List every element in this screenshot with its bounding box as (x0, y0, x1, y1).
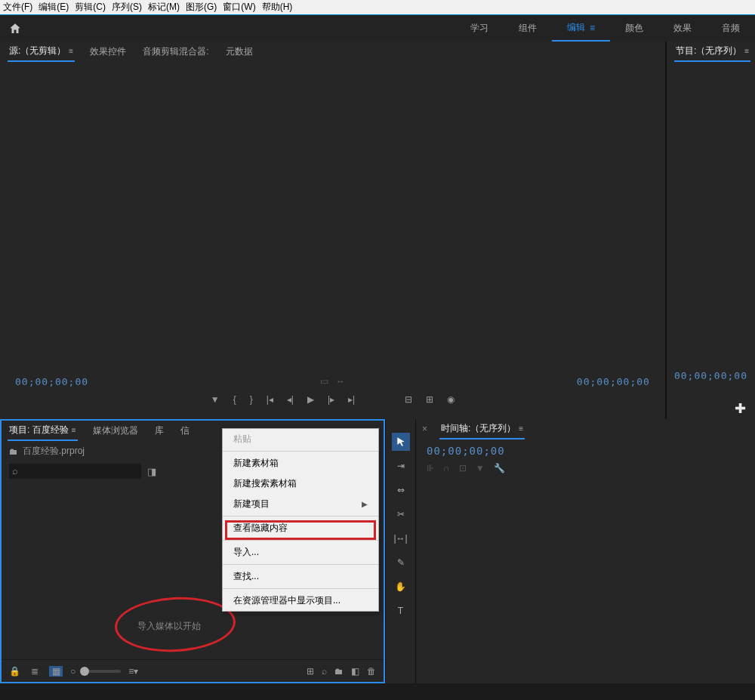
tab-audio-mixer[interactable]: 音频剪辑混合器: (141, 42, 210, 61)
resolution-icon[interactable]: ↔ (336, 376, 345, 387)
program-tc[interactable]: 00;00;00;00 (667, 364, 755, 387)
ws-tab-learn[interactable]: 学习 (455, 15, 504, 42)
out-point-icon[interactable]: } (250, 394, 253, 405)
icon-view-icon[interactable]: ▦ (49, 666, 63, 677)
source-monitor-panel: 源:（无剪辑）≡ 效果控件 音频剪辑混合器: 元数据 00;00;00;00 ▭… (0, 42, 665, 419)
cm-import[interactable]: 导入... (223, 542, 378, 563)
in-point-icon[interactable]: { (233, 394, 236, 405)
fit-icon[interactable]: ▭ (320, 376, 328, 387)
linked-selection-icon[interactable]: ⊡ (459, 463, 467, 473)
cm-find[interactable]: 查找... (223, 566, 378, 587)
tab-project[interactable]: 项目: 百度经验≡ (8, 421, 78, 441)
ws-tab-effects[interactable]: 效果 (658, 15, 707, 42)
cm-new-search-bin[interactable]: 新建搜索素材箱 (223, 473, 378, 494)
track-select-tool-icon[interactable]: ⇥ (392, 457, 410, 475)
top-toolbar: 学习 组件 编辑≡ 颜色 效果 音频 (0, 15, 755, 42)
menu-window[interactable]: 窗口(W) (223, 1, 255, 14)
project-filename: 百度经验.prproj (23, 445, 85, 458)
zoom-slider[interactable] (83, 670, 121, 673)
tab-timeline[interactable]: 时间轴:（无序列）≡ (439, 419, 525, 439)
hand-tool-icon[interactable]: ✋ (392, 578, 410, 596)
cm-show-hidden[interactable]: 查看隐藏内容 (223, 518, 378, 538)
export-frame-icon[interactable]: ◉ (447, 394, 455, 405)
timeline-tracks-area[interactable] (416, 473, 755, 683)
source-viewport (0, 61, 665, 374)
overwrite-icon[interactable]: ⊞ (426, 394, 433, 405)
settings-icon[interactable]: 🔧 (494, 463, 505, 473)
marker-icon[interactable]: ▼ (211, 394, 220, 405)
ws-tab-assembly[interactable]: 组件 (504, 15, 552, 42)
filter-icon[interactable]: ◨ (147, 466, 156, 477)
workspace-tabs: 学习 组件 编辑≡ 颜色 效果 音频 (455, 15, 755, 42)
cm-new-item[interactable]: 新建项目▶ (223, 494, 378, 514)
search-input[interactable] (9, 464, 141, 479)
step-forward-icon[interactable]: |▸ (328, 394, 334, 405)
menu-clip[interactable]: 剪辑(C) (75, 1, 106, 14)
list-view-icon[interactable]: ≣ (28, 666, 42, 677)
ws-tab-editing[interactable]: 编辑≡ (552, 15, 610, 42)
source-tc-in[interactable]: 00;00;00;00 (15, 376, 88, 387)
type-tool-icon[interactable]: T (392, 602, 410, 620)
source-transport: ▼ { } |◂ ◂| ▶ |▸ ▸| ⊟ ⊞ ◉ (0, 389, 665, 410)
menu-graphics[interactable]: 图形(G) (186, 1, 217, 14)
cm-paste: 粘贴 (223, 429, 378, 449)
tab-library[interactable]: 库 (153, 421, 165, 440)
source-panel-tabs: 源:（无剪辑）≡ 效果控件 音频剪辑混合器: 元数据 (0, 42, 665, 61)
ripple-edit-tool-icon[interactable]: ⇔ (392, 481, 410, 499)
new-item-icon[interactable]: ◧ (351, 666, 359, 677)
ws-tab-color[interactable]: 颜色 (610, 15, 658, 42)
chevron-right-icon: ▶ (362, 500, 368, 508)
trash-icon[interactable]: 🗑 (367, 666, 376, 677)
lock-icon[interactable]: 🔒 (9, 666, 20, 677)
tab-info[interactable]: 信 (179, 421, 191, 440)
close-icon[interactable]: × (422, 424, 427, 434)
menu-marker[interactable]: 标记(M) (148, 1, 180, 14)
add-button-icon[interactable]: ✚ (735, 400, 746, 417)
tools-panel: ⇥ ⇔ ✂ |↔| ✎ ✋ T (385, 419, 415, 683)
selection-tool-icon[interactable] (392, 433, 410, 451)
ws-tab-audio[interactable]: 音频 (707, 15, 755, 42)
new-bin-icon[interactable]: 🖿 (334, 666, 344, 677)
folder-icon: 🖿 (9, 446, 18, 457)
goto-in-icon[interactable]: |◂ (267, 394, 273, 405)
timeline-tc[interactable]: 00;00;00;00 (416, 439, 755, 463)
marker-add-icon[interactable]: ▼ (476, 463, 485, 473)
automate-icon[interactable]: ⊞ (307, 666, 314, 677)
source-tc-out[interactable]: 00;00;00;00 (577, 376, 650, 387)
razor-tool-icon[interactable]: ✂ (392, 505, 410, 523)
step-back-icon[interactable]: ◂| (287, 394, 294, 405)
tab-media-browser[interactable]: 媒体浏览器 (91, 421, 140, 440)
tab-metadata[interactable]: 元数据 (224, 42, 254, 61)
source-footer: 00;00;00;00 ▭ ↔ 00;00;00;00 ▼ { } |◂ ◂| … (0, 374, 665, 419)
tab-program[interactable]: 节目:（无序列）≡ (674, 42, 750, 62)
tab-menu-icon[interactable]: ≡ (519, 424, 523, 433)
snap-icon[interactable]: ⊪ (427, 463, 434, 473)
magnet-icon[interactable]: ∩ (443, 463, 450, 473)
timeline-panel: × 时间轴:（无序列）≡ 00;00;00;00 ⊪ ∩ ⊡ ▼ 🔧 (415, 419, 755, 683)
slip-tool-icon[interactable]: |↔| (392, 529, 410, 547)
menu-sequence[interactable]: 序列(S) (112, 1, 142, 14)
tab-menu-icon[interactable]: ≡ (69, 47, 73, 55)
pen-tool-icon[interactable]: ✎ (392, 554, 410, 572)
cm-reveal[interactable]: 在资源管理器中显示项目... (223, 591, 378, 611)
insert-icon[interactable]: ⊟ (405, 394, 412, 405)
tab-menu-icon[interactable]: ≡ (72, 426, 76, 434)
find-icon[interactable]: ⌕ (322, 666, 327, 677)
program-panel-tabs: 节目:（无序列）≡ (667, 42, 755, 61)
tab-effect-controls[interactable]: 效果控件 (88, 42, 128, 61)
program-footer: ✚ (667, 398, 755, 419)
menu-edit[interactable]: 编辑(E) (39, 1, 69, 14)
menu-file[interactable]: 文件(F) (3, 1, 32, 14)
hamburger-icon[interactable]: ≡ (590, 23, 595, 33)
import-hint-text: 导入媒体以开始 (137, 620, 201, 633)
play-icon[interactable]: ▶ (307, 394, 314, 405)
freeform-view-icon[interactable]: ○ (70, 666, 76, 677)
sort-icon[interactable]: ≡▾ (128, 666, 138, 677)
tab-menu-icon[interactable]: ≡ (744, 47, 749, 55)
cm-new-bin[interactable]: 新建素材箱 (223, 453, 378, 473)
menu-help[interactable]: 帮助(H) (262, 1, 293, 14)
goto-out-icon[interactable]: ▸| (348, 394, 355, 405)
tab-source[interactable]: 源:（无剪辑）≡ (8, 42, 75, 62)
timeline-tabs: × 时间轴:（无序列）≡ (416, 419, 755, 439)
home-icon[interactable] (0, 22, 30, 35)
